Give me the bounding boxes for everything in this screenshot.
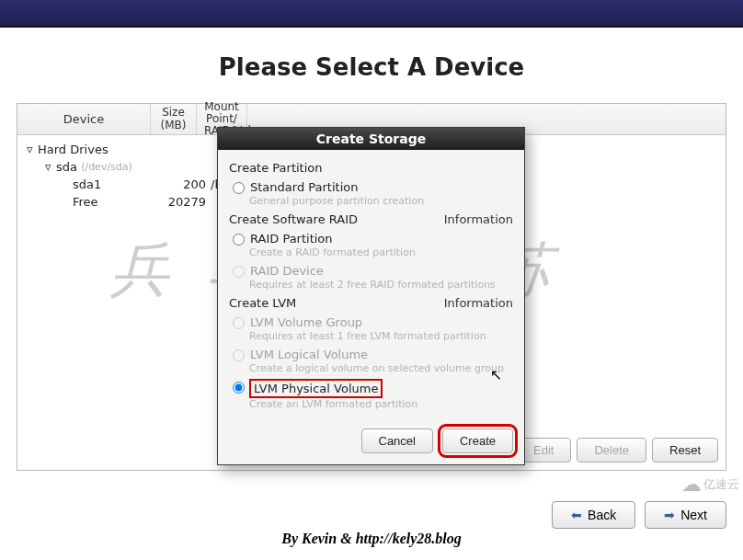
radio-lvm-logical-volume [233,349,245,361]
desc-standard-partition: General purpose partition creation [249,195,513,207]
section-create-lvm: Create LVM Information [229,296,513,310]
section-create-raid: Create Software RAID Information [229,212,513,226]
opt-lvm-physical-volume[interactable]: LVM Physical Volume [233,380,513,397]
opt-raid-partition[interactable]: RAID Partition [233,232,513,246]
back-button[interactable]: ⬅ Back [552,501,635,529]
opt-raid-device: RAID Device [233,264,513,278]
page-title: Please Select A Device [0,53,743,81]
desc-lvm-logical-volume: Create a logical volume on selected volu… [249,362,513,374]
delete-button: Delete [577,438,646,463]
desc-lvm-physical-volume: Create an LVM formated partition [249,398,513,410]
chevron-down-icon[interactable]: ▿ [45,160,56,174]
next-button[interactable]: ➡ Next [645,501,726,529]
col-device[interactable]: Device [17,104,151,134]
reset-button[interactable]: Reset [652,438,718,463]
create-storage-dialog: Create Storage Create Partition Standard… [217,127,525,465]
col-size[interactable]: Size (MB) [151,104,197,134]
radio-raid-device [233,266,245,278]
arrow-right-icon: ➡ [664,508,675,522]
opt-standard-partition[interactable]: Standard Partition [233,180,513,194]
desc-raid-partition: Create a RAID formated partition [249,246,513,258]
raid-info-link[interactable]: Information [444,212,513,226]
radio-lvm-physical-volume[interactable] [233,382,245,394]
wizard-nav: ⬅ Back ➡ Next [552,501,726,529]
radio-raid-partition[interactable] [233,234,245,246]
opt-lvm-logical-volume: LVM Logical Volume [233,348,513,361]
desc-lvm-volume-group: Requires at least 1 free LVM formated pa… [249,330,513,342]
dialog-title: Create Storage [218,128,524,150]
window-titlebar [0,0,743,28]
lvm-info-link[interactable]: Information [444,296,513,310]
radio-lvm-volume-group [233,317,245,329]
chevron-down-icon[interactable]: ▿ [27,143,38,156]
arrow-left-icon: ⬅ [571,508,582,522]
desc-raid-device: Requires at least 2 free RAID formated p… [249,279,513,291]
radio-standard-partition[interactable] [233,182,245,194]
opt-lvm-volume-group: LVM Volume Group [233,315,513,329]
section-create-partition: Create Partition [229,161,513,175]
dialog-create-button[interactable]: Create [442,429,513,453]
cloud-icon: ☁ [681,473,702,496]
cancel-button[interactable]: Cancel [361,429,433,453]
corner-logo: ☁亿速云 [681,473,739,496]
footer-credit: By Kevin & http://kely28.blog [0,531,743,547]
dialog-button-row: Cancel Create [218,419,524,464]
